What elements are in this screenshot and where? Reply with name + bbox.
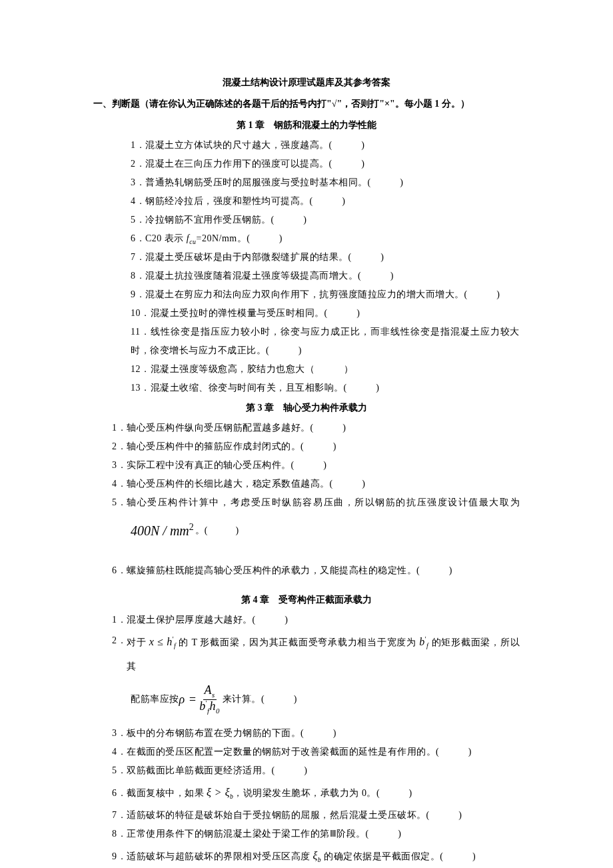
c4-q7: 7．适筋破坏的特征是破坏始自于受拉钢筋的屈服，然后混凝土受压破坏。( )	[112, 806, 520, 825]
text-e: 来计算。( )	[223, 690, 297, 709]
c3-q6: 6．螺旋箍筋柱既能提高轴心受压构件的承载力，又能提高柱的稳定性。( )	[112, 561, 520, 580]
text: 板中的分布钢筋布置在受力钢筋的下面。( )	[127, 728, 336, 738]
chapter-3-questions: 1．轴心受压构件纵向受压钢筋配置越多越好。( ) 2．轴心受压构件中的箍筋应作成…	[93, 419, 520, 580]
chapter-1-questions: 1．混凝土立方体试块的尺寸越大，强度越高。( ) 2．混凝土在三向压力作用下的强…	[93, 136, 520, 397]
c4-q8: 8．正常使用条件下的钢筋混凝土梁处于梁工作的第Ⅲ阶段。( )	[112, 825, 520, 843]
text: 轴心受压构件的长细比越大，稳定系数值越高。( )	[127, 479, 365, 489]
label: 5．	[112, 765, 127, 775]
c1-q6-sub: cu	[189, 238, 196, 245]
label: 8．	[112, 829, 127, 839]
c4-q6: 6．截面复核中，如果 ξ > ξb，说明梁发生脆坏，承载力为 0。( )	[112, 780, 520, 805]
c3-q3: 3．实际工程中没有真正的轴心受压构件。( )	[112, 456, 520, 475]
c1-q5: 5．冷拉钢筋不宜用作受压钢筋。( )	[131, 211, 520, 229]
text: 轴心受压构件中的箍筋应作成封闭式的。( )	[127, 441, 336, 451]
chapter-4-questions: 1．混凝土保护层厚度越大越好。( ) 2． 对于 x ≤ h'f 的 T 形截面…	[93, 611, 520, 868]
text-a: 适筋破坏与超筋破坏的界限相对受压区高度	[127, 851, 313, 861]
c1-q6-text-b: =20N/mm。( )	[196, 233, 283, 243]
label: 9．	[112, 851, 127, 861]
text: 双筋截面比单筋截面更经济适用。( )	[127, 765, 307, 775]
c4-q1: 1．混凝土保护层厚度越大越好。( )	[112, 611, 520, 629]
c4-q2-line1: 2． 对于 x ≤ h'f 的 T 形截面梁，因为其正截面受弯承载力相当于宽度为…	[112, 629, 520, 677]
c3-q5-line1: 5． 轴心受压构件计算中，考虑受压时纵筋容易压曲，所以钢筋的抗压强度设计值最大取…	[112, 493, 520, 512]
label: 4．	[112, 479, 127, 489]
c1-q6-text-a: 6．C20 表示	[131, 233, 187, 243]
text: 在截面的受压区配置一定数量的钢筋对于改善梁截面的延性是有作用的。( )	[127, 747, 472, 757]
c1-q2: 2．混凝土在三向压力作用下的强度可以提高。( )	[131, 155, 520, 173]
text-a: 截面复核中，如果	[127, 788, 207, 798]
label: 3．	[112, 728, 127, 738]
c4-q3: 3．板中的分布钢筋布置在受力钢筋的下面。( )	[112, 724, 520, 743]
c1-q11: 11．线性徐变是指压应力较小时，徐变与应力成正比，而非线性徐变是指混凝土应力较大…	[131, 323, 520, 360]
label: 4．	[112, 747, 127, 757]
chapter-4-heading: 第 4 章 受弯构件正截面承载力	[93, 591, 520, 609]
label: 3．	[112, 460, 127, 470]
c1-q12: 12．混凝土强度等级愈高，胶结力也愈大（ ）	[131, 360, 520, 379]
chapter-3-heading: 第 3 章 轴心受力构件承载力	[93, 399, 520, 417]
c1-q4: 4．钢筋经冷拉后，强度和塑性均可提高。( )	[131, 192, 520, 211]
label: 5．	[112, 493, 127, 512]
text: 对于 x ≤ h'f 的 T 形截面梁，因为其正截面受弯承载力相当于宽度为 b'…	[127, 629, 520, 677]
text: 混凝土保护层厚度越大越好。( )	[127, 615, 288, 625]
formula-400n-mm2: 400N / mm2	[131, 517, 194, 544]
label: 2．	[112, 441, 127, 451]
text: 轴心受压构件计算中，考虑受压时纵筋容易压曲，所以钢筋的抗压强度设计值最大取为	[127, 493, 520, 512]
c4-q5: 5．双筋截面比单筋截面更经济适用。( )	[112, 761, 520, 780]
label: 2．	[112, 629, 127, 677]
text: 正常使用条件下的钢筋混凝土梁处于梁工作的第Ⅲ阶段。( )	[127, 829, 401, 839]
text: 适筋破坏的特征是破坏始自于受拉钢筋的屈服，然后混凝土受压破坏。( )	[127, 810, 462, 820]
xi-b: ξ	[313, 850, 318, 861]
label: 1．	[112, 615, 127, 625]
text: 。( )	[195, 521, 239, 540]
fraction-As-bfh0: As b'fh0	[198, 684, 221, 715]
label: 7．	[112, 810, 127, 820]
document-title: 混凝土结构设计原理试题库及其参考答案	[93, 73, 520, 92]
c1-q3: 3．普通热轧钢筋受压时的屈服强度与受拉时基本相同。( )	[131, 173, 520, 192]
c3-q5-formula: 400N / mm2 。( )	[112, 517, 520, 544]
c4-q2-line2: 配筋率应按 ρ = As b'fh0 来计算。( )	[112, 684, 520, 715]
section-instruction: 一、判断题（请在你认为正确陈述的各题干后的括号内打"√"，否则打"×"。每小题 …	[93, 95, 520, 113]
text: 实际工程中没有真正的轴心受压构件。( )	[127, 460, 326, 470]
text: 轴心受压构件纵向受压钢筋配置越多越好。( )	[127, 423, 346, 433]
label: 1．	[112, 423, 127, 433]
c1-q8: 8．混凝土抗拉强度随着混凝土强度等级提高而增大。( )	[131, 267, 520, 285]
rho: ρ =	[179, 687, 197, 711]
text-b: ，说明梁发生脆坏，承载力为 0。( )	[233, 788, 412, 798]
xi: ξ > ξ	[207, 787, 230, 798]
label: 6．	[112, 788, 127, 798]
chapter-1-heading: 第 1 章 钢筋和混凝土的力学性能	[93, 116, 520, 135]
c1-q13: 13．混凝土收缩、徐变与时间有关，且互相影响。( )	[131, 379, 520, 397]
c3-q2: 2．轴心受压构件中的箍筋应作成封闭式的。( )	[112, 437, 520, 456]
c1-q9: 9．混凝土在剪应力和法向应力双向作用下，抗剪强度随拉应力的增大而增大。( )	[131, 285, 520, 304]
c3-q4: 4．轴心受压构件的长细比越大，稳定系数值越高。( )	[112, 475, 520, 493]
c1-q10: 10．混凝土受拉时的弹性模量与受压时相同。( )	[131, 304, 520, 323]
text-d: 配筋率应按	[131, 690, 179, 709]
c4-q4: 4．在截面的受压区配置一定数量的钢筋对于改善梁截面的延性是有作用的。( )	[112, 743, 520, 761]
text-b: 的确定依据是平截面假定。( )	[321, 851, 476, 861]
c4-q9: 9．适筋破坏与超筋破坏的界限相对受压区高度 ξb 的确定依据是平截面假定。( )	[112, 843, 520, 868]
c1-q1: 1．混凝土立方体试块的尺寸越大，强度越高。( )	[131, 136, 520, 155]
c3-q1: 1．轴心受压构件纵向受压钢筋配置越多越好。( )	[112, 419, 520, 437]
c1-q7: 7．混凝土受压破坏是由于内部微裂缝扩展的结果。( )	[131, 248, 520, 267]
c1-q6: 6．C20 表示 fcu=20N/mm。( )	[131, 229, 520, 248]
